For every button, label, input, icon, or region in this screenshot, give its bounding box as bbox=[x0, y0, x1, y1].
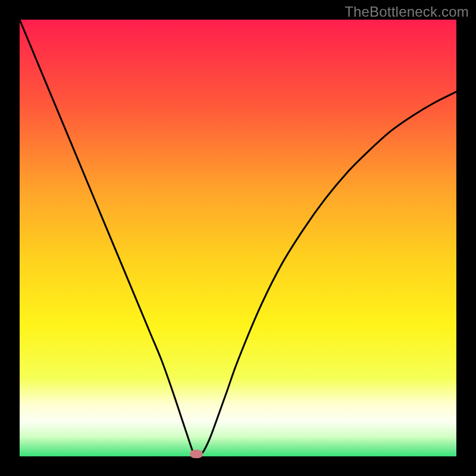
watermark-text: TheBottleneck.com bbox=[345, 4, 469, 20]
chart-frame: TheBottleneck.com bbox=[0, 0, 476, 476]
gradient-background bbox=[20, 20, 456, 456]
plot-svg bbox=[20, 20, 456, 456]
plot-area bbox=[20, 20, 456, 456]
optimal-point-marker bbox=[190, 450, 203, 458]
